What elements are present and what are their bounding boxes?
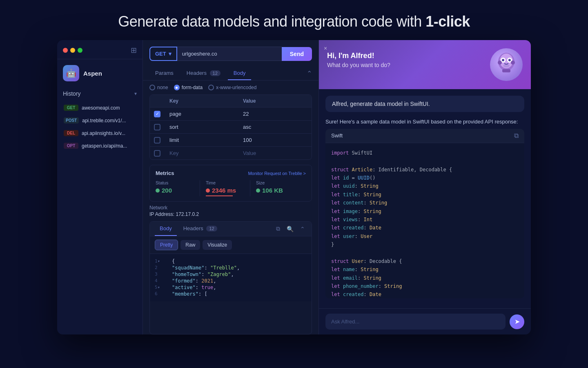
hero-text-normal: Generate data models and integration cod… (118, 13, 425, 30)
metric-time: Time 2346 ms (206, 180, 250, 196)
avatar: 🤖 (63, 65, 79, 81)
row-value-3: 100 (238, 134, 312, 146)
method-badge-get: GET (64, 105, 78, 111)
row-value-4: Value (238, 147, 312, 159)
copy-response-button[interactable]: ⧉ (274, 224, 282, 234)
ip-value: 172.17.0.2 (176, 211, 199, 217)
method-badge-opt: OPT (64, 143, 78, 149)
traffic-light-red[interactable] (63, 48, 68, 53)
url-bar: GET ▾ Send (143, 40, 318, 65)
network-section: Network IP Address: 172.17.0.2 (149, 205, 312, 217)
radio-formdata-label: form-data (182, 85, 203, 90)
method-label: GET (155, 51, 166, 57)
traffic-light-yellow[interactable] (70, 48, 75, 53)
code-block: Swift ⧉ import SwiftUI struct Article: I… (325, 129, 524, 298)
alfred-send-button[interactable]: ➤ (510, 314, 524, 329)
history-chevron-icon[interactable]: ▾ (134, 91, 137, 96)
code-line-4: 4 "formed": 2021, (150, 278, 312, 284)
send-button[interactable]: Send (282, 47, 312, 61)
hero-heading: Generate data models and integration cod… (0, 0, 588, 40)
alfred-sub: What do you want to do? (327, 62, 390, 68)
row-value-2: asc (238, 121, 312, 133)
metric-size: Size 106 KB (256, 180, 300, 196)
list-item[interactable]: OPT getaspen.io/api/ma... (60, 140, 139, 152)
url-input[interactable] (177, 47, 282, 61)
metric-status: Status 200 (156, 180, 200, 196)
table-row: Key Value (150, 147, 312, 159)
table-row: sort asc (150, 121, 312, 134)
svg-point-7 (498, 61, 502, 65)
key-col-header: Key (165, 95, 238, 107)
list-item[interactable]: DEL api.apiinsights.io/v... (60, 127, 139, 139)
row-key-3: limit (165, 134, 238, 146)
code-lang: Swift (331, 132, 343, 139)
code-line-6: 6 "members": [ (150, 291, 312, 297)
format-visualize-button[interactable]: Visualize (203, 240, 232, 250)
row-key-1: page (165, 108, 238, 120)
collapse-response-button[interactable]: ⌃ (298, 224, 307, 234)
response-tab-headers[interactable]: Headers 12 (178, 222, 222, 236)
time-dot-icon (206, 188, 210, 193)
alfred-chat: Alfred, generate data model in SwiftUI. … (319, 89, 531, 308)
assistant-intro: Sure! Here's a sample data model in Swif… (325, 118, 524, 126)
tab-params[interactable]: Params (149, 67, 179, 80)
status-label: Status (156, 180, 194, 185)
ip-address: IP Address: 172.17.0.2 (149, 211, 312, 217)
code-line-1: 1▾ { (150, 258, 312, 265)
checkbox-col-header (150, 95, 165, 107)
radio-formdata[interactable]: form-data (174, 85, 203, 90)
sidebar-toggle-icon[interactable]: ⊞ (131, 46, 137, 55)
history-header: History ▾ (57, 87, 143, 100)
status-value: 200 (156, 187, 194, 194)
history-label: History (63, 90, 81, 97)
response-tabs: Body Headers 12 ⧉ 🔍 ⌃ (150, 222, 312, 236)
ip-label: IP Address: (149, 211, 174, 217)
method-badge-post: POST (64, 117, 79, 123)
sidebar-titlebar: ⊞ (57, 40, 143, 59)
row-key-2: sort (165, 121, 238, 133)
sidebar-profile: 🤖 Aspen (57, 59, 143, 87)
sidebar: ⊞ 🤖 Aspen History ▾ GET awesomeapi.com P… (57, 40, 143, 334)
traffic-light-green[interactable] (78, 48, 82, 53)
list-item[interactable]: POST api.treblle.com/v1/... (60, 114, 139, 126)
row-checkbox-1[interactable] (154, 111, 160, 117)
code-line-2: 2 "squadName": "Treblle", (150, 265, 312, 271)
row-key-4: Key (165, 147, 238, 159)
method-badge-del: DEL (64, 130, 78, 136)
alfred-input-row: ➤ (319, 308, 531, 334)
search-response-button[interactable]: 🔍 (285, 224, 295, 234)
alfred-input[interactable] (325, 314, 506, 330)
table-row: page 22 (150, 108, 312, 121)
tab-headers[interactable]: Headers 12 (181, 67, 226, 80)
row-checkbox-3[interactable] (154, 137, 160, 144)
copy-code-button[interactable]: ⧉ (514, 132, 519, 139)
radio-dot-formdata (174, 85, 180, 90)
row-checkbox-2[interactable] (154, 124, 160, 130)
traffic-lights (63, 48, 82, 53)
code-line-3: 3 "homeTown": "Zagreb", (150, 271, 312, 278)
alfred-greeting: Hi, I'm Alfred! What do you want to do? (327, 52, 390, 68)
method-chevron-icon: ▾ (169, 51, 172, 57)
alfred-header: × Hi, I'm Alfred! What do you want to do… (319, 40, 531, 89)
size-label: Size (256, 180, 294, 185)
radio-none[interactable]: none (149, 85, 168, 90)
table-row: limit 100 (150, 134, 312, 147)
method-selector[interactable]: GET ▾ (149, 47, 177, 61)
radio-none-label: none (157, 85, 168, 90)
response-tab-body[interactable]: Body (155, 222, 177, 236)
radio-urlencoded[interactable]: x-www-urlencoded (208, 85, 256, 90)
format-raw-button[interactable]: Raw (180, 240, 200, 250)
svg-point-4 (502, 59, 504, 61)
code-line-5: 5▾ "active": true, (150, 284, 312, 291)
list-item[interactable]: GET awesomeapi.com (60, 102, 139, 114)
tab-body[interactable]: Body (228, 67, 252, 80)
alfred-close-button[interactable]: × (324, 45, 327, 52)
format-pretty-button[interactable]: Pretty (155, 240, 178, 250)
size-value: 106 KB (256, 187, 294, 194)
tabs-collapse-icon[interactable]: ⌃ (307, 70, 312, 77)
response-code-view: 1▾ { 2 "squadName": "Treblle", 3 "homeTo… (150, 254, 312, 301)
main-container: ⊞ 🤖 Aspen History ▾ GET awesomeapi.com P… (57, 40, 531, 334)
radio-urlencoded-label: x-www-urlencoded (216, 85, 256, 90)
monitor-link[interactable]: Monitor Request on Treblle > (248, 171, 306, 176)
row-checkbox-4[interactable] (154, 150, 160, 157)
